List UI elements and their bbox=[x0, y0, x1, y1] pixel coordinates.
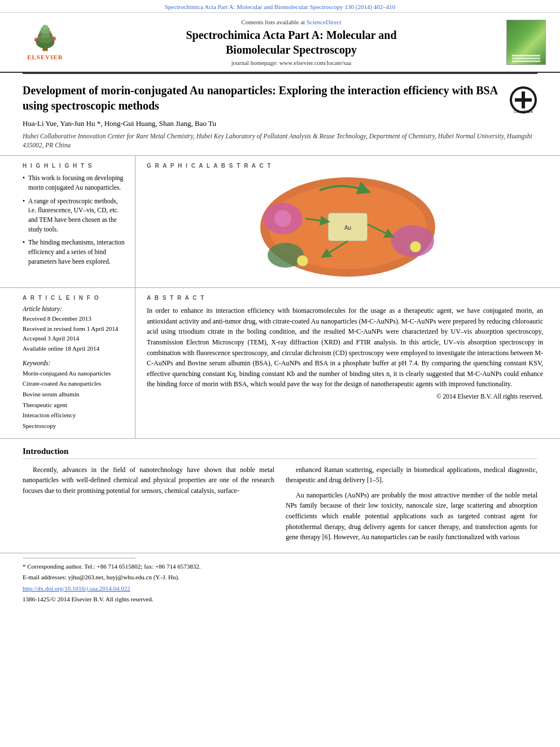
list-item: The binding mechanisms, interaction effi… bbox=[23, 238, 126, 266]
footnote-email: E-mail addresses: yjhu@263.net, huyj@whu… bbox=[23, 573, 537, 582]
history-label: Article history: bbox=[23, 305, 126, 312]
journal-title-main: Spectrochimica Acta Part A: Molecular an… bbox=[85, 28, 498, 57]
journal-header: ELSEVIER Contents lists available at Sci… bbox=[0, 13, 560, 73]
keyword-item: Citrate-coated Au nanoparticles bbox=[23, 378, 126, 389]
keywords-list: Morin-conjugated Au nanoparticles Citrat… bbox=[23, 368, 126, 431]
crossmark-icon: CrossMark bbox=[509, 86, 537, 114]
journal-homepage: journal homepage: www.elsevier.com/locat… bbox=[85, 59, 498, 66]
svg-point-6 bbox=[34, 38, 38, 42]
footnote-section: * Corresponding author. Tel.: +86 714 65… bbox=[0, 553, 560, 608]
science-direct-link[interactable]: ScienceDirect bbox=[307, 19, 342, 25]
article-title-section: CrossMark Development of morin-conjugate… bbox=[0, 74, 560, 156]
abstract-col: A B S T R A C T In order to enhance its … bbox=[135, 288, 560, 438]
graphical-abstract-heading: G R A P H I C A L A B S T R A C T bbox=[147, 163, 549, 169]
authors: Hua-Li Yue, Yan-Jun Hu *, Hong-Gui Huang… bbox=[23, 119, 537, 128]
elsevier-text: ELSEVIER bbox=[27, 54, 63, 60]
svg-point-23 bbox=[410, 241, 421, 252]
keyword-item: Interaction efficiency bbox=[23, 410, 126, 421]
svg-point-18 bbox=[274, 210, 291, 227]
revised-date: Received in revised form 1 April 2014 bbox=[23, 324, 126, 334]
svg-point-8 bbox=[38, 33, 41, 36]
introduction-text: Recently, advances in the field of nanot… bbox=[23, 465, 537, 547]
available-date: Available online 18 April 2014 bbox=[23, 344, 126, 354]
intro-col-left: Recently, advances in the field of nanot… bbox=[23, 465, 274, 547]
abstract-copyright: © 2014 Elsevier B.V. All rights reserved… bbox=[147, 393, 543, 400]
cover-decoration bbox=[512, 55, 540, 62]
elsevier-logo: ELSEVIER bbox=[25, 24, 65, 60]
page: Spectrochimica Acta Part A: Molecular an… bbox=[0, 0, 560, 747]
journal-header-left: ELSEVIER bbox=[11, 19, 79, 66]
top-bar-text: Spectrochimica Acta Part A: Molecular an… bbox=[165, 3, 396, 10]
intro-col-right: enhanced Raman scattering, especially in… bbox=[286, 465, 537, 547]
crossmark-logo: CrossMark bbox=[509, 86, 537, 114]
journal-cover-thumbnail bbox=[506, 20, 546, 65]
keyword-item: Morin-conjugated Au nanoparticles bbox=[23, 368, 126, 379]
svg-rect-13 bbox=[515, 98, 532, 102]
svg-point-5 bbox=[42, 25, 49, 30]
highlights-heading: H I G H L I G H T S bbox=[23, 163, 126, 169]
svg-point-7 bbox=[52, 37, 56, 41]
footnote-doi: http://dx.doi.org/10.1016/j.saa.2014.04.… bbox=[23, 584, 537, 593]
keywords-section: Keywords: Morin-conjugated Au nanopartic… bbox=[23, 360, 126, 431]
article-info-col: A R T I C L E I N F O Article history: R… bbox=[0, 288, 135, 438]
affiliation: Hubei Collaborative Innovation Center fo… bbox=[23, 132, 537, 150]
highlights-col: H I G H L I G H T S This work is focusin… bbox=[0, 156, 135, 287]
journal-header-center: Contents lists available at ScienceDirec… bbox=[85, 19, 498, 66]
article-info-heading: A R T I C L E I N F O bbox=[23, 295, 126, 301]
footnote-corresponding: * Corresponding author. Tel.: +86 714 65… bbox=[23, 562, 537, 571]
svg-text:Au: Au bbox=[344, 225, 351, 231]
introduction-section: Introduction Recently, advances in the f… bbox=[0, 439, 560, 553]
footnote-rights: 1386-1425/© 2014 Elsevier B.V. All right… bbox=[23, 595, 537, 604]
introduction-heading: Introduction bbox=[23, 447, 537, 459]
svg-text:CrossMark: CrossMark bbox=[514, 110, 533, 113]
received-date: Received 8 December 2013 bbox=[23, 314, 126, 324]
abstract-heading: A B S T R A C T bbox=[147, 295, 543, 301]
accepted-date: Accepted 3 April 2014 bbox=[23, 334, 126, 344]
info-abstract-row: A R T I C L E I N F O Article history: R… bbox=[0, 288, 560, 439]
svg-point-21 bbox=[391, 225, 434, 257]
keyword-item: Bovine serum albumin bbox=[23, 389, 126, 400]
doi-link[interactable]: http://dx.doi.org/10.1016/j.saa.2014.04.… bbox=[23, 585, 130, 592]
list-item: This work is focusing on developing mori… bbox=[23, 173, 126, 192]
contents-available: Contents lists available at ScienceDirec… bbox=[85, 19, 498, 25]
graphical-abstract-image: Au bbox=[147, 173, 549, 281]
keyword-item: Therapeutic agent bbox=[23, 400, 126, 410]
journal-top-bar: Spectrochimica Acta Part A: Molecular an… bbox=[0, 0, 560, 13]
graphical-abstract-col: G R A P H I C A L A B S T R A C T Au bbox=[135, 156, 560, 287]
journal-header-right bbox=[504, 19, 549, 66]
svg-point-24 bbox=[297, 255, 308, 267]
keyword-item: Spectroscopy bbox=[23, 421, 126, 431]
graphical-abstract-svg: Au bbox=[252, 173, 444, 281]
elsevier-tree-icon bbox=[25, 24, 65, 53]
intro-para-1: Recently, advances in the field of nanot… bbox=[23, 465, 274, 496]
highlights-graphical-row: H I G H L I G H T S This work is focusin… bbox=[0, 156, 560, 288]
keywords-label: Keywords: bbox=[23, 360, 126, 366]
highlights-list: This work is focusing on developing mori… bbox=[23, 173, 126, 266]
article-title: Development of morin-conjugated Au nanop… bbox=[23, 83, 537, 113]
list-item: A range of spectroscopic methods, i.e. f… bbox=[23, 196, 126, 234]
svg-point-9 bbox=[49, 33, 52, 36]
article-history: Article history: Received 8 December 201… bbox=[23, 305, 126, 353]
abstract-text: In order to enhance its interaction effi… bbox=[147, 305, 543, 390]
intro-para-2: enhanced Raman scattering, especially in… bbox=[286, 465, 537, 486]
intro-para-3: Au nanoparticles (AuNPs) are probably th… bbox=[286, 490, 537, 543]
